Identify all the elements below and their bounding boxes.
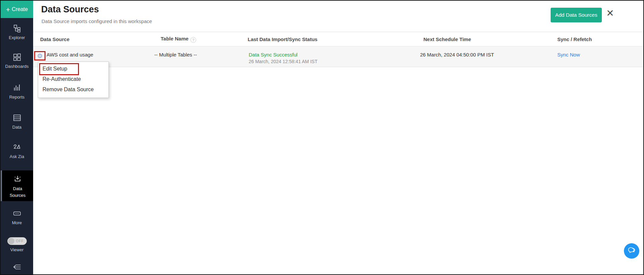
toggle-state-label: OFF xyxy=(16,239,24,243)
toggle-knob xyxy=(8,238,14,244)
table-header-row: Data Source Table Name? Last Data Import… xyxy=(33,32,643,46)
table-row: ⚙ AWS cost and usage -- Multiple Tables … xyxy=(33,47,643,67)
create-button-label: Create xyxy=(12,6,28,12)
sidebar-item-label: More xyxy=(1,220,33,226)
collapse-arrow-icon xyxy=(12,265,22,271)
page-title: Data Sources xyxy=(41,4,99,15)
column-header-next-schedule: Next Schedule Time xyxy=(420,36,557,42)
dashboards-icon xyxy=(1,53,33,62)
collapse-sidebar-button[interactable] xyxy=(1,264,33,271)
menu-item-re-authenticate[interactable]: Re-Authenticate xyxy=(38,74,108,84)
reports-icon xyxy=(1,84,33,93)
data-sources-icon xyxy=(2,175,33,184)
column-header-last-status: Last Data Import/Sync Status xyxy=(248,36,420,42)
sidebar-item-label: Reports xyxy=(1,94,33,100)
sidebar-item-dashboards[interactable]: Dashboards xyxy=(1,53,33,69)
sync-now-link[interactable]: Sync Now xyxy=(557,52,580,57)
sync-status-text: Data Sync Successful xyxy=(249,52,420,57)
main-panel: Data Sources Data Source imports configu… xyxy=(33,1,643,274)
cell-sync-refetch: Sync Now xyxy=(557,47,643,67)
help-icon[interactable]: ? xyxy=(190,37,196,43)
page-subtitle: Data Source imports configured in this w… xyxy=(42,18,152,24)
viewer-label: Viewer xyxy=(1,247,33,253)
menu-item-edit-setup[interactable]: Edit Setup xyxy=(38,63,108,74)
chat-bubbles-icon xyxy=(627,246,636,256)
row-settings-gear-icon[interactable]: ⚙ xyxy=(37,53,43,59)
sidebar-item-data[interactable]: Data xyxy=(1,114,33,130)
column-header-label: Table Name xyxy=(161,36,188,41)
sidebar-item-label: Dashboards xyxy=(1,63,33,69)
plus-icon: + xyxy=(6,6,10,13)
explorer-icon xyxy=(1,24,33,33)
sidebar-item-label: Data xyxy=(1,124,33,130)
sidebar-item-label: Ask Zia xyxy=(1,154,33,159)
app-window: + Create Explorer Dashboards xyxy=(0,0,644,275)
sidebar-item-explorer[interactable]: Explorer xyxy=(1,24,33,40)
close-icon[interactable]: ✕ xyxy=(606,9,614,18)
chat-support-button[interactable] xyxy=(624,243,639,259)
column-header-data-source: Data Source xyxy=(33,36,154,42)
sidebar-item-ask-zia[interactable]: Ask Zia xyxy=(1,143,33,159)
ask-zia-icon xyxy=(1,143,33,152)
more-ellipsis-icon xyxy=(1,209,33,218)
column-header-table-name: Table Name? xyxy=(154,36,248,43)
sidebar-item-reports[interactable]: Reports xyxy=(1,84,33,100)
cell-last-status: Data Sync Successful 26 March, 2024 12:5… xyxy=(248,47,420,67)
sidebar-item-label: Data Sources xyxy=(6,185,29,199)
sidebar: + Create Explorer Dashboards xyxy=(1,1,33,274)
annotation-gear-highlight: ⚙ xyxy=(34,51,46,60)
sync-status-timestamp: 26 March, 2024 12:58:41 AM IST xyxy=(249,59,420,64)
cell-table-name: -- Multiple Tables -- xyxy=(154,47,248,67)
column-header-sync-refetch: Sync / Refetch xyxy=(557,36,643,42)
sidebar-item-data-sources[interactable]: Data Sources xyxy=(1,170,33,201)
data-table-icon xyxy=(1,114,33,123)
viewer-toggle[interactable]: OFF xyxy=(7,237,27,245)
sidebar-item-more[interactable]: More xyxy=(1,209,33,226)
menu-item-remove-data-source[interactable]: Remove Data Source xyxy=(38,84,108,95)
viewer-toggle-item: OFF Viewer xyxy=(1,237,33,253)
row-context-menu: Edit Setup Re-Authenticate Remove Data S… xyxy=(38,61,109,98)
add-data-sources-button[interactable]: Add Data Sources xyxy=(551,8,602,22)
sidebar-item-label: Explorer xyxy=(1,35,33,40)
cell-next-schedule-time: 26 March, 2024 04:50:00 PM IST xyxy=(420,47,557,67)
create-button[interactable]: + Create xyxy=(1,1,33,18)
